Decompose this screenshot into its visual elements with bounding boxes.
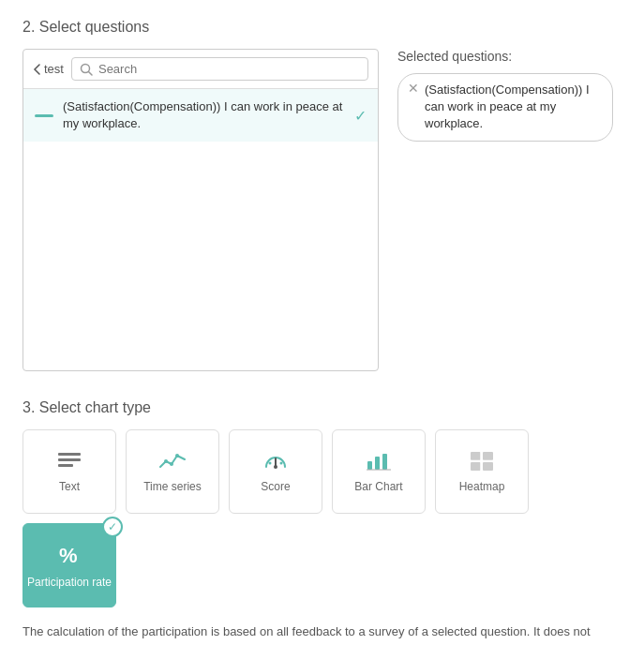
svg-rect-16 xyxy=(471,452,481,460)
search-wrapper xyxy=(71,57,368,81)
question-type-icon xyxy=(35,114,53,117)
back-button[interactable]: test xyxy=(33,62,64,76)
svg-rect-4 xyxy=(58,464,73,467)
timeseries-chart-icon xyxy=(158,450,187,472)
barchart-chart-label: Bar Chart xyxy=(354,480,402,493)
text-chart-icon xyxy=(56,450,82,472)
svg-text:%: % xyxy=(59,544,78,567)
participation-chart-label: Participation rate xyxy=(27,576,112,589)
score-chart-icon xyxy=(262,450,289,472)
svg-rect-17 xyxy=(483,452,493,460)
svg-rect-19 xyxy=(483,462,493,471)
svg-rect-14 xyxy=(382,454,387,470)
svg-rect-12 xyxy=(367,461,372,470)
timeseries-chart-label: Time series xyxy=(143,480,202,493)
back-label: test xyxy=(44,62,64,76)
svg-point-9 xyxy=(274,465,277,469)
svg-rect-2 xyxy=(58,453,81,456)
svg-point-11 xyxy=(280,462,283,465)
remove-question-button[interactable]: ✕ xyxy=(408,82,419,95)
text-chart-label: Text xyxy=(59,480,80,493)
section-3-title: 3. Select chart type xyxy=(22,399,622,416)
chart-description: The calculation of the participation is … xyxy=(22,622,622,645)
selected-check-icon: ✓ xyxy=(354,107,367,125)
heatmap-chart-label: Heatmap xyxy=(459,480,505,493)
chart-card-participation[interactable]: ✓ % Participation rate xyxy=(22,523,116,608)
questions-area: test (Satisfaction(Compensation)) I can … xyxy=(22,49,622,371)
score-chart-label: Score xyxy=(261,480,290,493)
chart-types-container: Text Time series xyxy=(22,429,622,608)
chart-card-timeseries[interactable]: Time series xyxy=(126,429,219,514)
svg-line-1 xyxy=(88,71,92,75)
selected-question-tag: ✕ (Satisfaction(Compensation)) I can wor… xyxy=(397,73,613,142)
chart-card-text[interactable]: Text xyxy=(22,429,116,514)
question-text: (Satisfaction(Compensation)) I can work … xyxy=(63,98,345,132)
picker-header: test xyxy=(23,50,378,89)
svg-point-5 xyxy=(164,459,168,463)
chart-card-score[interactable]: Score xyxy=(229,429,322,514)
barchart-chart-icon xyxy=(365,450,393,472)
section-2-title: 2. Select questions xyxy=(22,19,622,36)
heatmap-chart-icon xyxy=(469,450,495,472)
selected-panel: Selected questions: ✕ (Satisfaction(Comp… xyxy=(397,49,622,371)
question-list: (Satisfaction(Compensation)) I can work … xyxy=(23,89,378,370)
search-icon xyxy=(80,63,93,76)
svg-rect-18 xyxy=(471,462,481,471)
participation-chart-icon: % xyxy=(56,542,82,568)
svg-point-10 xyxy=(269,462,272,465)
svg-rect-3 xyxy=(58,458,81,461)
chart-card-heatmap[interactable]: Heatmap xyxy=(435,429,529,514)
active-check-icon: ✓ xyxy=(102,517,123,537)
svg-rect-13 xyxy=(375,457,380,470)
selected-label: Selected questions: xyxy=(397,49,622,64)
search-input[interactable] xyxy=(98,62,360,76)
question-picker: test (Satisfaction(Compensation)) I can … xyxy=(22,49,379,371)
svg-point-6 xyxy=(170,462,173,466)
question-list-item[interactable]: (Satisfaction(Compensation)) I can work … xyxy=(23,89,378,142)
svg-point-7 xyxy=(175,454,179,458)
chart-section: 3. Select chart type Text xyxy=(22,399,622,645)
selected-question-text: (Satisfaction(Compensation)) I can work … xyxy=(425,82,599,133)
chart-card-barchart[interactable]: Bar Chart xyxy=(332,429,426,514)
chevron-left-icon xyxy=(33,64,40,75)
